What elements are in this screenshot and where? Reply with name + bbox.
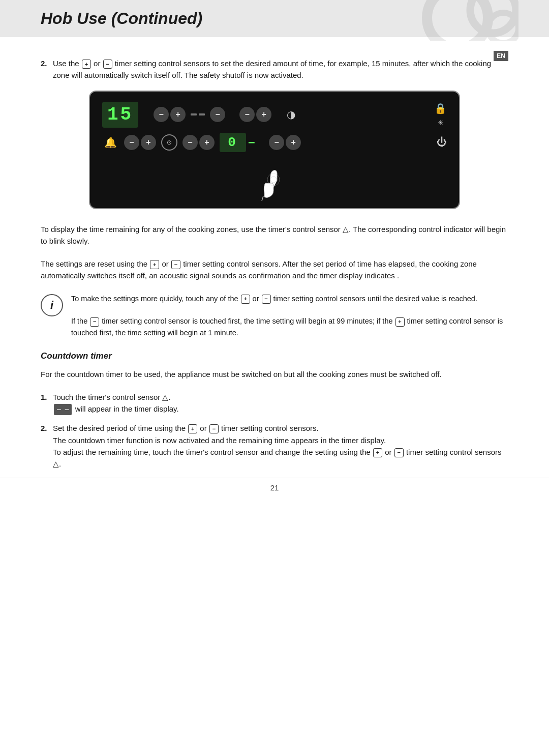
svg-point-2: [488, 13, 518, 41]
minus-icon-4: −: [90, 317, 99, 327]
minus-icon-5: −: [209, 424, 219, 433]
plus-icon-4: +: [395, 317, 405, 327]
dash-indicator: — —: [54, 404, 72, 415]
brightness-icon: ✳: [438, 119, 444, 127]
ctrl-pair-left: − +: [154, 107, 186, 122]
page-header: Hob Use (Continued): [0, 0, 549, 37]
page-footer: 21: [0, 478, 549, 492]
step2-instruction: 2. Use the + or − timer setting control …: [41, 57, 508, 81]
page-title: Hob Use (Continued): [41, 9, 202, 27]
target-icon: ⊙: [161, 134, 177, 151]
minus-icon-6: −: [394, 448, 404, 457]
center-dashes: [191, 113, 205, 115]
lang-badge: EN: [494, 51, 508, 61]
step2-text: Use the + or − timer setting control sen…: [53, 57, 508, 81]
info-box: i To make the settings more quickly, tou…: [41, 293, 508, 339]
bell-icon-panel: 🔔: [104, 136, 117, 149]
minus-btn-1[interactable]: −: [154, 107, 169, 122]
minus-btn-zone[interactable]: −: [182, 135, 198, 150]
power-icon: ⏻: [437, 136, 447, 148]
panel-note2: The settings are reset using the + or − …: [41, 258, 508, 282]
right-icons: 🔒 ✳: [434, 102, 447, 127]
control-panel-diagram: 15 − + − − +: [89, 91, 460, 209]
countdown-section: Countdown timer For the countdown timer …: [41, 350, 508, 380]
countdown-step2-number: 2.: [41, 422, 49, 470]
minus-btn-br[interactable]: −: [269, 135, 284, 150]
ctrl-pair-zone: − +: [182, 135, 215, 150]
svg-point-0: [427, 0, 488, 41]
ctrl-pair-bottom-right: − +: [269, 135, 301, 150]
plus-icon-2: +: [150, 260, 159, 269]
ctrl-pair-right: − +: [239, 107, 271, 122]
minus-icon-2: −: [171, 260, 180, 269]
plus-btn-2[interactable]: +: [256, 107, 271, 122]
timer-display-main: 15: [102, 102, 138, 128]
plus-icon: +: [82, 60, 91, 69]
bell-text-icon: △: [343, 225, 349, 234]
countdown-step1-text: Touch the timer's control sensor △. — — …: [53, 391, 179, 415]
step2-number: 2.: [41, 57, 49, 81]
ctrl-pair-bell: − +: [124, 135, 156, 150]
lock-icon: 🔒: [434, 102, 447, 114]
minus-icon-3: −: [262, 295, 271, 304]
countdown-step2-text: Set the desired period of time using the…: [53, 422, 508, 470]
plus-icon-6: +: [373, 448, 382, 457]
minus-btn-2[interactable]: −: [239, 107, 255, 122]
countdown-step1: 1. Touch the timer's control sensor △. —…: [41, 391, 508, 415]
hand-pointer-area: [102, 155, 447, 201]
svg-line-3: [262, 196, 263, 201]
info-content: To make the settings more quickly, touch…: [71, 293, 508, 339]
countdown-step2: 2. Set the desired period of time using …: [41, 422, 508, 470]
plus-icon-5: +: [188, 424, 197, 433]
plus-btn-1[interactable]: +: [170, 107, 186, 122]
svg-point-1: [470, 0, 516, 33]
info-tip2: If the − timer setting control sensor is…: [71, 315, 508, 338]
timer-display-small: 0: [220, 133, 246, 152]
panel-note1: To display the time remaining for any of…: [41, 223, 508, 247]
plus-btn-br[interactable]: +: [286, 135, 301, 150]
plus-btn-zone[interactable]: +: [199, 135, 215, 150]
countdown-heading: Countdown timer: [41, 350, 508, 363]
page: Hob Use (Continued) EN 2. Use the + or −…: [0, 0, 549, 507]
countdown-intro: For the countdown timer to be used, the …: [41, 368, 508, 380]
plus-icon-3: +: [241, 295, 250, 304]
hand-pointer-svg: [244, 155, 305, 201]
minus-btn-center[interactable]: −: [210, 107, 225, 122]
page-number: 21: [270, 483, 279, 492]
minus-icon: −: [103, 60, 112, 69]
countdown-step1-number: 1.: [41, 391, 49, 415]
info-tip1: To make the settings more quickly, touch…: [71, 293, 508, 304]
halftimer-icon: ◑: [287, 108, 295, 121]
minus-btn-bell[interactable]: −: [124, 135, 139, 150]
plus-btn-bell[interactable]: +: [141, 135, 156, 150]
info-icon: i: [41, 294, 63, 316]
info-letter: i: [50, 299, 53, 312]
